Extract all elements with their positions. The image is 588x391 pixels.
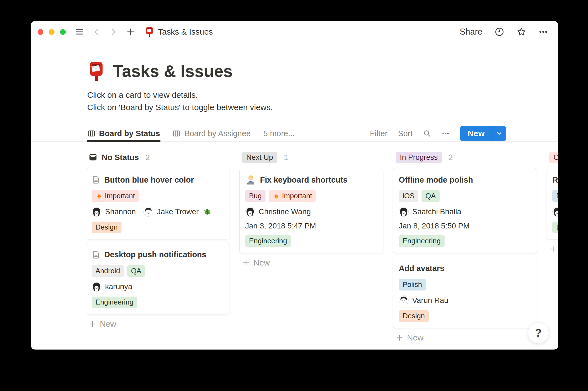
person-name: Shannon [105, 207, 136, 216]
card-tags-row: Design [399, 310, 531, 322]
card-tags-row: E [552, 222, 558, 233]
board-view-icon [173, 129, 181, 138]
more-options-icon[interactable] [538, 27, 548, 37]
new-button-group: New [460, 126, 506, 141]
zoom-window-button[interactable] [60, 29, 66, 35]
column-count: 1 [284, 153, 288, 162]
tag-label: Important [105, 192, 135, 200]
favorite-star-icon[interactable] [516, 27, 526, 37]
search-icon[interactable] [423, 129, 431, 138]
board-column-in-progress: In Progress2Offline mode polishiOSQASaat… [393, 152, 537, 342]
tab-board-by-assignee[interactable]: Board by Assignee [173, 125, 251, 141]
person-name: Saatchi Bhalla [412, 207, 461, 216]
card[interactable]: RPE [547, 168, 558, 239]
tag-label: Engineering [249, 237, 287, 245]
card-people-row: Varun Rau [399, 295, 531, 305]
tag-label: Bug [249, 192, 262, 200]
app-window: Tasks & Issues Share Tasks & Issues Clic… [31, 21, 558, 350]
plus-icon [89, 320, 96, 328]
chevron-down-icon [496, 130, 502, 137]
card[interactable]: Fix keyboard shortcutsBugImportantChrist… [239, 168, 383, 253]
flame-icon [95, 192, 102, 199]
card-tags-row: Important [92, 190, 224, 202]
add-card-button[interactable]: New [547, 244, 558, 254]
avatar-face-icon [399, 296, 408, 305]
plus-icon [242, 259, 250, 267]
avatar-face-icon [92, 282, 101, 291]
card[interactable]: Add avatarsPolishVarun RauDesign [393, 257, 537, 328]
column-header-no-status[interactable]: No Status2 [86, 152, 230, 163]
sort-button[interactable]: Sort [398, 129, 412, 138]
tag-ios: iOS [399, 190, 418, 202]
tab-board-by-status[interactable]: Board by Status [87, 125, 160, 141]
view-options-dots-icon[interactable] [442, 129, 450, 138]
tab-label: Board by Status [99, 129, 160, 138]
add-card-button[interactable]: New [239, 258, 383, 267]
person: Christine Wang [245, 207, 311, 217]
tag-label: Important [282, 192, 312, 200]
person-name: Christine Wang [259, 207, 311, 216]
card[interactable]: Offline mode polishiOSQASaatchi BhallaJa… [393, 168, 537, 253]
chevron-right-icon [109, 27, 118, 36]
column-header-in-progress[interactable]: In Progress2 [393, 152, 537, 163]
tag-label: QA [425, 192, 436, 200]
avatar-face-icon [245, 207, 255, 216]
card-title: Desktop push notifications [104, 250, 206, 259]
column-header-next-up[interactable]: Next Up1 [239, 152, 383, 163]
avatar [552, 207, 558, 217]
add-card-button[interactable]: New [86, 319, 230, 329]
updates-clock-icon[interactable] [494, 27, 504, 37]
avatar [399, 295, 409, 305]
minimize-window-button[interactable] [49, 29, 55, 35]
sidebar-menu-button[interactable] [75, 27, 84, 36]
help-button[interactable]: ? [528, 322, 549, 343]
chevron-left-icon [92, 27, 101, 36]
person-name: Jake Trower [157, 207, 199, 216]
add-card-label: New [407, 333, 423, 342]
avatar [92, 282, 101, 292]
filter-button[interactable]: Filter [370, 129, 388, 138]
page-title: Tasks & Issues [113, 62, 233, 81]
new-dropdown-button[interactable] [492, 126, 506, 141]
page-description-line1: Click on a card to view details. [87, 89, 558, 101]
card-people-row [552, 207, 558, 217]
card[interactable]: Desktop push notificationsAndroidQAkarun… [86, 243, 230, 314]
card-title: Fix keyboard shortcuts [260, 175, 347, 185]
column-name: No Status [102, 153, 139, 162]
tag-engineering: Engineering [92, 297, 137, 308]
card[interactable]: Button blue hover colorImportantShannonJ… [86, 168, 230, 239]
card-title: Offline mode polish [399, 175, 473, 185]
card-tags-row: Engineering [245, 235, 378, 247]
person-name: karunya [105, 282, 132, 291]
card-title: R [552, 175, 558, 185]
card-title-row: Fix keyboard shortcuts [245, 174, 378, 185]
nav-back-button[interactable] [92, 27, 101, 36]
avatar-face-icon [144, 207, 153, 216]
column-name-pill: C [549, 152, 558, 163]
tag-qa: QA [422, 190, 440, 202]
close-window-button[interactable] [38, 29, 43, 35]
new-tab-button[interactable] [126, 27, 135, 36]
share-button[interactable]: Share [460, 27, 482, 37]
add-card-label: New [253, 258, 270, 267]
add-card-button[interactable]: New [393, 333, 537, 342]
tab-5-more-[interactable]: 5 more... [263, 125, 295, 141]
card-tags-row: AndroidQA [92, 265, 224, 277]
nav-forward-button[interactable] [109, 27, 118, 36]
page-postbox-icon [87, 61, 105, 81]
card-people-row: Christine Wang [245, 207, 378, 217]
card-tags-row: BugImportant [245, 190, 378, 202]
tag-label: QA [131, 267, 142, 275]
card-title-row: Button blue hover color [92, 174, 224, 185]
tab-label: Board by Assignee [184, 129, 251, 138]
hamburger-icon [75, 27, 84, 36]
column-header-clipped-column[interactable]: C [547, 152, 558, 163]
tag-design: Design [92, 222, 121, 233]
breadcrumb[interactable]: Tasks & Issues [145, 27, 213, 37]
board-column-clipped-column: CRPENew [547, 152, 558, 254]
new-button[interactable]: New [460, 126, 492, 141]
column-name-pill: Next Up [242, 152, 277, 163]
card-tags-row: Design [92, 222, 224, 233]
tab-label: 5 more... [263, 129, 295, 138]
card-tags-row: iOSQA [399, 190, 531, 202]
